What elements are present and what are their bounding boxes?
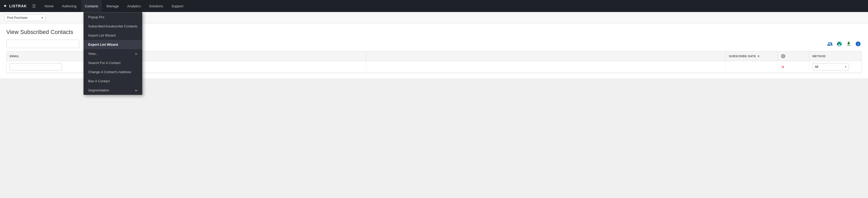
menu-item-popup-pro[interactable]: Popup Pro bbox=[84, 12, 142, 22]
subscribe-date-filter-cell bbox=[726, 61, 778, 73]
menu-item-change-address[interactable]: Change A Contact's Address bbox=[84, 67, 142, 77]
download-button[interactable] bbox=[845, 40, 852, 48]
add-people-button[interactable] bbox=[826, 40, 834, 48]
sort-icon[interactable]: ▼ bbox=[757, 55, 760, 58]
col2-filter-cell bbox=[366, 61, 726, 73]
chevron-down-icon: ▾ bbox=[41, 16, 43, 20]
menu-item-view[interactable]: View... ▶ bbox=[84, 49, 142, 58]
menu-item-import-list-wizard[interactable]: Import List Wizard bbox=[84, 31, 142, 40]
toolbar-icons bbox=[826, 40, 862, 48]
menu-item-export-list-wizard[interactable]: Export List Wizard bbox=[84, 40, 142, 49]
email-filter-cell bbox=[6, 61, 366, 73]
search-input[interactable] bbox=[6, 40, 79, 48]
menu-item-subscribe-unsubscribe[interactable]: Subscribe/Unsubscribe Contacts bbox=[84, 22, 142, 31]
col-subscribe-date: SUBSCRIBE DATE ▼ bbox=[726, 52, 778, 61]
remove-icon[interactable]: ✕ bbox=[781, 64, 784, 69]
hamburger-button[interactable]: ☰ bbox=[30, 3, 38, 10]
info-filter-cell: ✕ bbox=[778, 61, 809, 73]
col-2 bbox=[366, 52, 726, 61]
nav-home[interactable]: Home bbox=[41, 0, 57, 12]
submenu-arrow-icon: ▶ bbox=[135, 52, 137, 55]
logo: ✦ LISTRAK bbox=[3, 3, 27, 9]
nav-contacts[interactable]: Contacts bbox=[81, 0, 102, 12]
nav-support[interactable]: Support bbox=[168, 0, 187, 12]
col-email: EMAIL bbox=[6, 52, 366, 61]
list-dropdown[interactable]: Post Purchase ▾ bbox=[4, 15, 46, 21]
col-method: METHOD bbox=[809, 52, 862, 61]
print-button[interactable] bbox=[836, 40, 843, 48]
menu-item-search-for-contact[interactable]: Search For A Contact bbox=[84, 58, 142, 67]
email-filter-input[interactable] bbox=[10, 63, 62, 70]
col-info: i bbox=[778, 52, 809, 61]
logo-text: LISTRAK bbox=[9, 4, 27, 8]
contacts-dropdown-menu: Popup Pro Subscribe/Unsubscribe Contacts… bbox=[84, 12, 142, 78]
nav-authoring[interactable]: Authoring bbox=[58, 0, 80, 12]
nav-solutions[interactable]: Solutions bbox=[145, 0, 166, 12]
method-select-wrapper: All Web Import API bbox=[812, 63, 849, 70]
logo-icon: ✦ bbox=[3, 3, 7, 9]
top-nav: ✦ LISTRAK ☰ Home Authoring Contacts Mana… bbox=[0, 0, 868, 12]
nav-manage[interactable]: Manage bbox=[103, 0, 122, 12]
info-button[interactable] bbox=[855, 40, 862, 48]
method-select[interactable]: All Web Import API bbox=[812, 63, 849, 70]
nav-analytics[interactable]: Analytics bbox=[123, 0, 144, 12]
column-info-icon[interactable]: i bbox=[781, 54, 785, 58]
menu-item-ban-contact[interactable]: Ban A Contact bbox=[84, 77, 142, 78]
method-filter-cell: All Web Import API bbox=[809, 61, 862, 73]
list-dropdown-value: Post Purchase bbox=[7, 16, 27, 20]
